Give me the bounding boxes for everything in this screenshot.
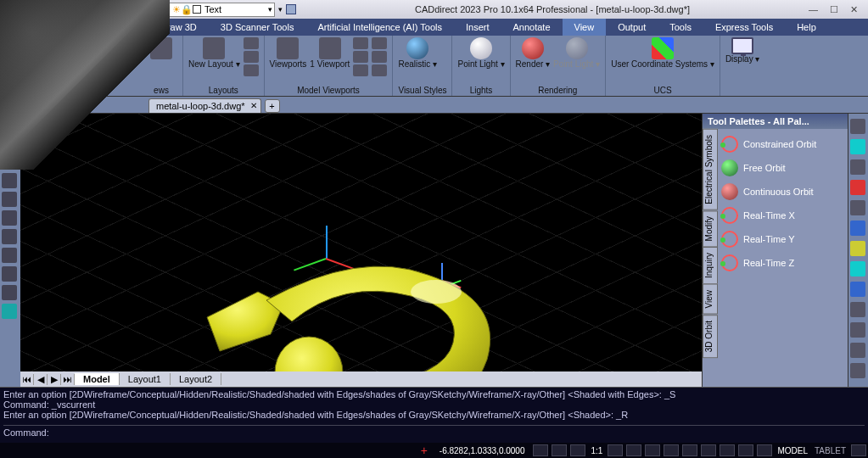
layout-prev[interactable]: ◀ (34, 374, 48, 385)
rt-delete[interactable] (850, 180, 865, 195)
ews-button[interactable] (145, 37, 177, 59)
sb-snap[interactable] (533, 444, 548, 456)
tool-line[interactable] (2, 117, 17, 132)
menu-view[interactable]: View (563, 19, 607, 36)
status-tablet[interactable]: TABLET (811, 446, 849, 455)
group-label-ucs: UCS (611, 85, 714, 96)
sidetab-electrical[interactable]: Electrical Symbols (703, 129, 718, 210)
status-scale[interactable]: 1:1 (587, 446, 606, 455)
qat-dropdown-icon[interactable]: ▾ (17, 5, 21, 14)
layout-tab-2[interactable]: Layout2 (171, 373, 221, 385)
command-area[interactable]: Enter an option [2DWireframe/Conceptual/… (0, 387, 868, 443)
new-layout-button[interactable]: New Layout ▾ (188, 37, 240, 70)
menu-annotate[interactable]: Annotate (501, 19, 562, 36)
toolbar-icon[interactable] (286, 4, 296, 14)
layouts-small[interactable] (244, 37, 259, 76)
rt-select[interactable] (850, 119, 865, 134)
menu-express[interactable]: Express Tools (703, 19, 785, 36)
layout-tab-1[interactable]: Layout1 (120, 373, 171, 385)
sidetab-3dorbit[interactable]: 3D Orbit (703, 315, 718, 358)
display-button[interactable]: Display ▾ (725, 37, 760, 64)
rt-props[interactable] (850, 302, 865, 317)
viewports-small[interactable] (353, 37, 368, 76)
rt-hatch[interactable] (850, 261, 865, 276)
viewports-small2[interactable] (372, 37, 387, 76)
tool-region[interactable] (2, 285, 17, 300)
tool-dim[interactable] (2, 248, 17, 263)
menu-output[interactable]: Output (606, 19, 658, 36)
sb-sc[interactable] (720, 444, 735, 456)
palette-label: Free Orbit (743, 163, 786, 173)
workspace-combo[interactable]: Drafting and Annotation (38, 3, 153, 17)
qat-icon[interactable] (25, 4, 35, 14)
one-viewport-button[interactable]: 1 Viewport (310, 37, 350, 70)
layer-combo[interactable]: 💡 ☀ 🔒 Text (156, 3, 275, 17)
sidetab-inquiry[interactable]: Inquiry (703, 247, 718, 284)
viewport[interactable]: ⏮ ◀ ▶ ⏭ Model Layout1 Layout2 (20, 114, 702, 387)
status-model[interactable]: MODEL (774, 446, 811, 455)
render-button[interactable]: Render ▾ (516, 37, 551, 70)
tool-circle[interactable] (2, 154, 17, 170)
rt-pan[interactable] (850, 159, 865, 175)
document-tab[interactable]: metal-u-loop-3d.dwg* ✕ (148, 98, 261, 113)
tool-arc[interactable] (2, 136, 17, 151)
rt-orbit[interactable] (850, 139, 865, 154)
sb-extra[interactable] (851, 444, 866, 456)
rt-more1[interactable] (850, 322, 865, 338)
palette-item-constrained-orbit[interactable]: Constrained Orbit (720, 132, 846, 156)
menu-draw3d[interactable]: Draw 3D (148, 19, 209, 36)
tool-rect[interactable] (2, 173, 17, 188)
rt-mirror[interactable] (850, 221, 865, 236)
sidetab-modify[interactable]: Modify (703, 210, 718, 247)
layout-last[interactable]: ⏭ (61, 374, 75, 385)
palette-item-rt-z[interactable]: Real-Time Z (720, 251, 846, 275)
layout-tab-model[interactable]: Model (75, 373, 120, 385)
sb-ann[interactable] (738, 444, 753, 456)
ucs-button[interactable]: User Coordinate Systems ▾ (611, 37, 714, 70)
menu-help[interactable]: Help (785, 19, 828, 36)
rt-more3[interactable] (850, 363, 865, 378)
bulb-icon: 💡 (160, 4, 172, 15)
palettes-header[interactable]: Tool Palettes - All Pal... (703, 114, 848, 129)
sb-qp[interactable] (701, 444, 716, 456)
maximize-button[interactable]: ☐ (830, 4, 838, 15)
layout-next[interactable]: ▶ (48, 374, 61, 385)
sb-lwt[interactable] (664, 444, 679, 456)
tool-point[interactable] (2, 266, 17, 282)
menu-ai-tools[interactable]: Artificial Intelligence (AI) Tools (305, 19, 454, 36)
palettes-side-tabs: Electrical Symbols Modify Inquiry View 3… (703, 129, 718, 387)
realistic-button[interactable]: Realistic ▾ (398, 37, 437, 70)
menu-tools[interactable]: Tools (658, 19, 703, 36)
rt-more2[interactable] (850, 343, 865, 358)
new-tab-button[interactable]: + (265, 99, 280, 113)
menu-insert[interactable]: Insert (454, 19, 501, 36)
palette-item-continuous-orbit[interactable]: Continuous Orbit (720, 180, 846, 204)
tool-refresh[interactable] (2, 304, 17, 319)
rt-measure[interactable] (850, 241, 865, 256)
menu-3dscanner[interactable]: 3D Scanner Tools (209, 19, 306, 36)
tool-hatch[interactable] (2, 210, 17, 226)
sb-ws[interactable] (757, 444, 772, 456)
point-light-button[interactable]: Point Light ▾ (457, 37, 504, 70)
sb-grid[interactable] (552, 444, 567, 456)
close-button[interactable]: ✕ (850, 4, 858, 15)
tool-text[interactable] (2, 229, 17, 244)
viewports-button[interactable]: Viewports (270, 37, 307, 70)
minimize-button[interactable]: — (809, 4, 818, 15)
palette-item-free-orbit[interactable]: Free Orbit (720, 156, 846, 180)
sb-polar[interactable] (608, 444, 623, 456)
rt-layer[interactable] (850, 282, 865, 297)
rt-undo[interactable] (850, 200, 865, 215)
layout-first[interactable]: ⏮ (20, 374, 34, 385)
sb-otrack[interactable] (645, 444, 660, 456)
close-tab-icon[interactable]: ✕ (250, 101, 257, 110)
sidetab-view[interactable]: View (703, 284, 718, 315)
palette-item-rt-y[interactable]: Real-Time Y (720, 227, 846, 251)
sb-dyn[interactable] (682, 444, 697, 456)
sb-ortho[interactable] (570, 444, 585, 456)
palette-item-rt-x[interactable]: Real-Time X (720, 204, 846, 227)
sb-osnap[interactable] (626, 444, 641, 456)
layer-flyout-icon[interactable]: ▾ (278, 5, 283, 14)
tool-poly[interactable] (2, 192, 17, 207)
cmd-prompt[interactable]: Command: (3, 425, 865, 438)
